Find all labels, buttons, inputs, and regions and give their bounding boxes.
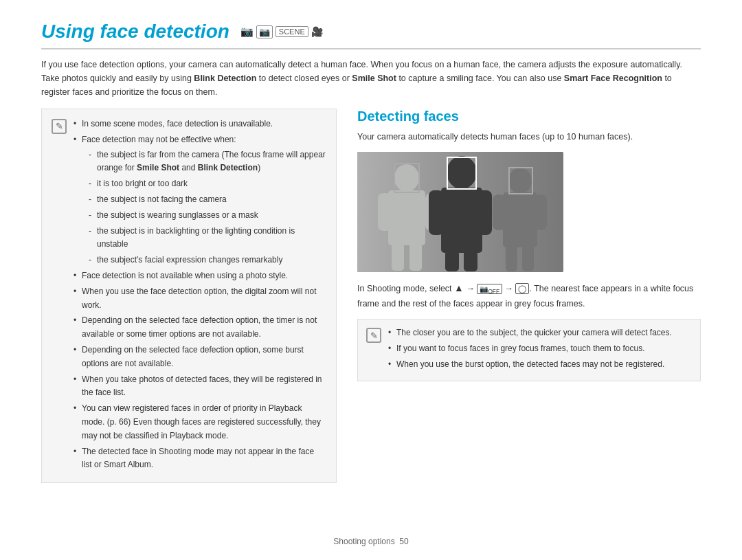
bottom-note-inner: ✎ The closer you are to the subject, the… bbox=[366, 326, 692, 373]
svg-point-13 bbox=[508, 168, 532, 194]
list-item: When you use the face detection option, … bbox=[72, 285, 326, 313]
list-item-dash: the subject is not facing the camera bbox=[82, 193, 326, 207]
list-item-dash: the subject is far from the camera (The … bbox=[82, 148, 326, 176]
left-column: ✎ In some scene modes, face detection is… bbox=[41, 109, 337, 483]
list-item: Face detection may not be effective when… bbox=[72, 133, 326, 267]
list-item: When you take photos of detected faces, … bbox=[72, 373, 326, 401]
svg-rect-6 bbox=[409, 243, 422, 271]
svg-rect-11 bbox=[445, 251, 459, 271]
svg-rect-10 bbox=[477, 190, 492, 235]
right-column: Detecting faces Your camera automaticall… bbox=[357, 109, 701, 483]
video-icon: 🎥 bbox=[311, 26, 323, 37]
left-note-box: ✎ In some scene modes, face detection is… bbox=[41, 109, 337, 483]
list-item: Depending on the selected face defection… bbox=[72, 344, 326, 371]
list-item: Face detection is not available when usi… bbox=[72, 269, 326, 283]
shooting-mode-note: In Shooting mode, select ▲ → 📷OFF → ◯. T… bbox=[357, 280, 701, 311]
list-item-dash: the subject is wearing sunglasses or a m… bbox=[82, 209, 326, 223]
scene-icon: SCENE bbox=[276, 26, 308, 37]
page: Using face detection 📷 📷 SCENE 🎥 If you … bbox=[0, 0, 742, 560]
list-item-dash: the subject is in backlighting or the li… bbox=[82, 225, 326, 252]
camera2-icon: 📷 bbox=[256, 25, 273, 38]
list-item: Depending on the selected face defection… bbox=[72, 314, 326, 341]
bottom-note-icon: ✎ bbox=[366, 328, 381, 343]
page-number: 50 bbox=[399, 537, 408, 546]
detecting-desc: Your camera automatically detects human … bbox=[357, 130, 701, 144]
list-item: In some scene modes, face detection is u… bbox=[72, 117, 326, 131]
list-item-dash: it is too bright or too dark bbox=[82, 177, 326, 191]
bottom-note-box: ✎ The closer you are to the subject, the… bbox=[357, 319, 701, 381]
smile-shot-bold: Smile Shot bbox=[352, 74, 396, 83]
left-note-inner: ✎ In some scene modes, face detection is… bbox=[52, 117, 326, 474]
list-item: When you use the burst option, the detec… bbox=[387, 358, 672, 372]
svg-rect-5 bbox=[392, 243, 404, 271]
header-icons: 📷 📷 SCENE 🎥 bbox=[240, 25, 323, 38]
svg-rect-16 bbox=[535, 194, 547, 230]
face-detection-svg bbox=[357, 152, 563, 272]
svg-rect-9 bbox=[429, 190, 444, 235]
svg-rect-15 bbox=[493, 194, 505, 230]
list-item-dash: the subject's facial expression changes … bbox=[82, 254, 326, 267]
page-title: Using face detection bbox=[41, 21, 229, 43]
svg-point-1 bbox=[394, 164, 419, 192]
svg-point-7 bbox=[447, 156, 477, 189]
svg-rect-17 bbox=[506, 245, 517, 271]
left-note-content: In some scene modes, face detection is u… bbox=[72, 117, 326, 474]
svg-rect-8 bbox=[441, 188, 482, 253]
camera-icon: 📷 bbox=[240, 25, 254, 38]
footer-text: Shooting options bbox=[333, 537, 394, 546]
svg-rect-2 bbox=[388, 190, 425, 245]
face-detection-image bbox=[357, 152, 563, 272]
footer: Shooting options 50 bbox=[0, 537, 742, 546]
blink-detection-bold: Blink Detection bbox=[194, 74, 256, 83]
list-item: The detected face in Shooting mode may n… bbox=[72, 445, 326, 473]
detecting-faces-title: Detecting faces bbox=[357, 109, 701, 124]
smart-face-bold: Smart Face Recognition bbox=[564, 74, 662, 83]
bottom-note-content: The closer you are to the subject, the q… bbox=[387, 326, 672, 373]
intro-paragraph: If you use face detection options, your … bbox=[41, 58, 701, 99]
list-item: The closer you are to the subject, the q… bbox=[387, 326, 672, 340]
svg-rect-18 bbox=[522, 245, 534, 271]
two-column-layout: ✎ In some scene modes, face detection is… bbox=[41, 109, 701, 483]
list-item: You can view registered faces in order o… bbox=[72, 402, 326, 443]
page-header: Using face detection 📷 📷 SCENE 🎥 bbox=[41, 21, 701, 49]
svg-rect-3 bbox=[378, 193, 392, 231]
list-item: If you want to focus faces in grey focus… bbox=[387, 342, 672, 356]
svg-rect-14 bbox=[503, 192, 537, 247]
svg-rect-12 bbox=[464, 251, 477, 271]
note-pencil-icon: ✎ bbox=[52, 119, 67, 134]
